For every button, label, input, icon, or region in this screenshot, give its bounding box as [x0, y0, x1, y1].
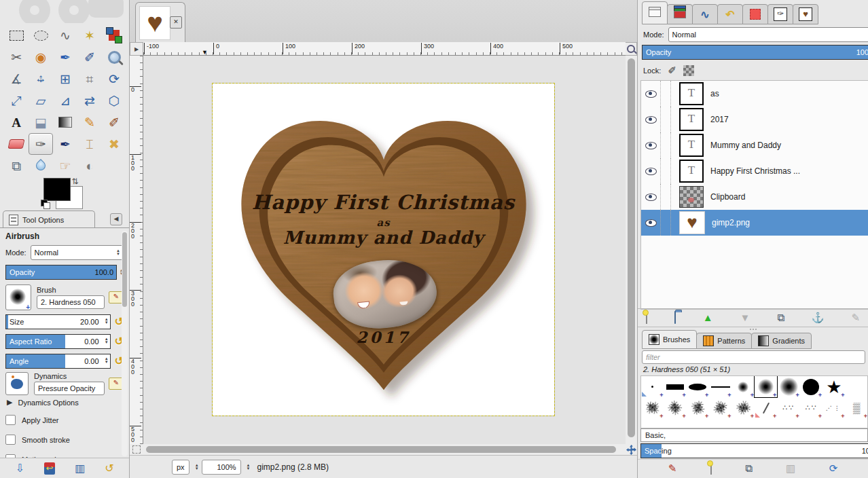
brush-swatch-dot[interactable] [641, 376, 664, 397]
layer-visibility-toggle[interactable] [641, 210, 661, 236]
brush-swatch-cut[interactable] [755, 418, 777, 428]
brush-swatch-cut[interactable] [822, 418, 845, 428]
reset-tool-options-button[interactable]: ↺ [105, 462, 113, 475]
selection-editor-tab[interactable] [742, 4, 768, 24]
zoom-level-field[interactable]: 100% [202, 460, 241, 475]
zoom-tool[interactable] [102, 46, 126, 68]
brush-swatch-ellipse[interactable] [687, 376, 709, 397]
smudge-tool[interactable]: ☞ [53, 155, 77, 177]
perspective-tool[interactable]: ⊿ [53, 90, 77, 111]
layer-row[interactable]: ♥gimp2.png [641, 210, 868, 236]
layer-mode-select[interactable]: Normal [668, 27, 868, 42]
tool-options-tab[interactable]: Tool Options [3, 210, 95, 228]
edit-brush-button[interactable]: ✎ [668, 463, 677, 474]
foreground-select-tool[interactable]: ◉ [29, 46, 53, 68]
text-tool[interactable]: A [4, 111, 29, 133]
brush-swatch-cut[interactable] [664, 418, 686, 428]
brush-tag-input[interactable]: Basic, [640, 428, 868, 442]
vertical-ruler[interactable]: 0100200300400500 [130, 56, 143, 444]
vertical-scrollbar[interactable] [626, 56, 637, 444]
apply-jitter-checkbox[interactable]: Apply Jitter [5, 415, 124, 425]
clone-tool[interactable]: ⌶ [77, 133, 102, 155]
smooth-stroke-checkbox[interactable]: Smooth stroke [5, 435, 124, 445]
anchor-layer-button[interactable]: ⚓ [812, 312, 825, 323]
canvas-image[interactable]: Happy First Christmas as Mummy and Daddy… [213, 84, 554, 416]
brush-swatch-dots[interactable]: ⋰⋮ [822, 397, 845, 418]
paths-tool[interactable]: ✒ [53, 46, 77, 68]
brush-swatch-cut[interactable] [687, 418, 709, 428]
gradient-tool[interactable] [53, 111, 77, 133]
foreground-color-swatch[interactable] [43, 178, 71, 201]
free-select-tool[interactable]: ∿ [53, 24, 77, 46]
brush-swatch-scatter[interactable]: ✳ [641, 397, 664, 418]
canvas-viewport[interactable]: Happy First Christmas as Mummy and Daddy… [143, 56, 626, 444]
paths-tab[interactable]: ∿ [692, 4, 718, 24]
brush-swatch-line[interactable] [709, 376, 731, 397]
quick-mask-toggle[interactable] [130, 444, 143, 455]
opacity-slider[interactable]: Opacity Opacity 100.0 [5, 265, 117, 280]
layer-visibility-toggle[interactable] [641, 184, 661, 210]
horizontal-ruler[interactable]: -1000100200300400500▼ [143, 42, 626, 56]
layer-opacity-slider[interactable]: Opacity 100 [642, 45, 868, 60]
scale-tool[interactable]: ⤢ [4, 90, 29, 111]
duplicate-layer-button[interactable]: ⧉ [777, 312, 784, 323]
layer-row[interactable]: Clipboard [641, 184, 868, 210]
move-tool[interactable] [29, 68, 53, 90]
restore-tool-options-button[interactable]: ↩ [44, 462, 56, 475]
bucket-fill-tool[interactable]: ⬓ [29, 111, 53, 133]
dynamics-preview-button[interactable] [5, 372, 29, 395]
brush-filter-input[interactable]: filter [642, 350, 865, 364]
device-status-tab[interactable]: ✑ [767, 4, 793, 24]
cage-transform-tool[interactable]: ⬡ [102, 90, 126, 111]
alignment-tool[interactable]: ⊞ [53, 68, 77, 90]
brush-preview-button[interactable] [5, 284, 31, 310]
zoom-spinner[interactable]: ▲▼ [247, 464, 251, 471]
brush-swatch-specks[interactable]: ∴∵ [777, 397, 799, 418]
delete-brush-button[interactable]: ▥ [786, 463, 795, 474]
airbrush-tool[interactable]: ✑ [29, 133, 53, 155]
undo-history-tab[interactable]: ↶ [717, 4, 743, 24]
brush-swatch-scatter[interactable]: ✳ [687, 397, 709, 418]
mode-spinner[interactable]: ▲▼ [116, 249, 120, 256]
refresh-brushes-button[interactable]: ⟳ [829, 463, 838, 474]
shear-tool[interactable]: ▱ [29, 90, 53, 111]
fuzzy-select-tool[interactable]: ✶ [77, 24, 102, 46]
layer-visibility-toggle[interactable] [641, 81, 661, 107]
delete-tool-options-button[interactable]: ▥ [75, 462, 85, 475]
raise-layer-button[interactable]: ▲ [703, 312, 713, 323]
lock-alpha-icon[interactable] [683, 65, 694, 76]
layer-link-cell[interactable] [661, 107, 671, 132]
pencil-tool[interactable]: ✎ [77, 111, 102, 133]
perspective-clone-tool[interactable]: ⧉ [4, 155, 29, 177]
new-layer-button[interactable] [646, 312, 647, 323]
layer-link-cell[interactable] [661, 132, 671, 158]
ink-tool[interactable]: ✒ [53, 133, 77, 155]
brush-swatch-circle[interactable] [800, 376, 822, 397]
brush-swatch-soft-m[interactable] [755, 376, 777, 397]
color-picker-tool[interactable]: ✐ [77, 46, 102, 68]
rectangle-select-tool[interactable] [4, 24, 29, 46]
measure-tool[interactable]: ∡ [4, 68, 29, 90]
scissors-select-tool[interactable]: ✂ [4, 46, 29, 68]
brush-swatch-cut[interactable] [800, 418, 822, 428]
blur-sharpen-tool[interactable] [29, 155, 53, 177]
layer-row[interactable]: Tas [641, 81, 868, 107]
navigation-button[interactable] [626, 444, 637, 455]
layer-visibility-toggle[interactable] [641, 132, 661, 158]
unit-select[interactable]: px [172, 460, 189, 475]
crop-tool[interactable]: ⌗ [77, 68, 102, 90]
tab-brushes[interactable]: Brushes [642, 330, 697, 349]
layer-link-cell[interactable] [661, 184, 671, 210]
rotate-tool[interactable]: ⟳ [102, 68, 126, 90]
size-slider[interactable]: Size 20.00 ▲▼ [5, 314, 111, 329]
layer-row[interactable]: TMummy and Daddy [641, 132, 868, 158]
lock-pixels-icon[interactable]: ✐ [668, 65, 676, 77]
brush-name-field[interactable]: 2. Hardness 050 [37, 295, 105, 309]
unit-spinner[interactable]: ▲▼ [195, 464, 199, 471]
brush-swatch-cut[interactable] [777, 418, 799, 428]
brush-swatch-star[interactable]: ★ [822, 376, 845, 397]
brush-swatch-texture[interactable]: ▒ [846, 397, 868, 418]
brush-swatch-cut[interactable] [641, 418, 664, 428]
horizontal-scrollbar[interactable] [143, 444, 626, 455]
brush-swatch-empty[interactable] [846, 376, 868, 397]
